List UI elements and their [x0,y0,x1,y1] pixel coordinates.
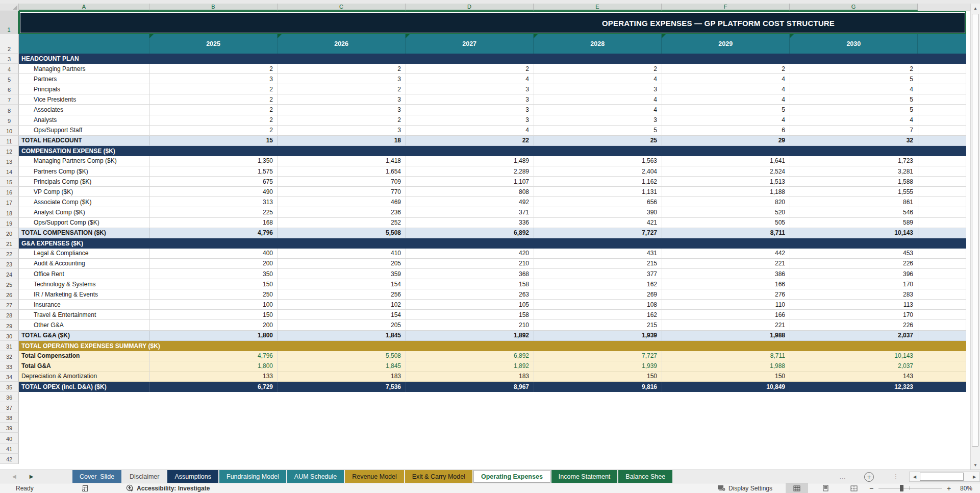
cell-trailing-5[interactable] [918,74,966,84]
cell-trailing-29[interactable] [918,320,966,330]
cell-C7[interactable]: 3 [278,94,406,104]
cell-G34[interactable]: 143 [790,372,918,381]
cell-trailing-24[interactable] [918,269,966,279]
cell-D4[interactable]: 2 [406,64,534,73]
row-label[interactable]: TOTAL COMPENSATION ($K) [19,229,149,236]
cell-trailing-27[interactable] [918,300,966,309]
cell-D28[interactable]: 158 [406,310,534,319]
cell-trailing-25[interactable] [918,279,966,289]
cell-G4[interactable]: 2 [790,64,918,73]
cell-G8[interactable]: 5 [790,105,918,114]
zoom-percent[interactable]: 80% [960,483,972,493]
scroll-right-icon[interactable]: ▶ [969,472,979,481]
row-header-23[interactable]: 23 [0,259,19,269]
select-all-corner[interactable] [0,4,19,11]
scroll-left-icon[interactable]: ◀ [910,472,920,481]
cell-C20[interactable]: 5,508 [278,228,406,238]
cell-trailing-17[interactable] [918,197,966,207]
row-label[interactable]: Associate Comp ($K) [19,199,149,206]
cell-E15[interactable]: 1,162 [534,177,662,186]
cell-B6[interactable]: 2 [149,84,278,94]
cell-G18[interactable]: 546 [790,207,918,217]
cell-E17[interactable]: 656 [534,197,662,207]
row-header-40[interactable]: 40 [0,433,19,443]
section-title[interactable]: HEADCOUNT PLAN [19,55,966,62]
row-label[interactable]: Legal & Compliance [19,250,149,257]
cell-C11[interactable]: 18 [278,136,406,145]
cell-F24[interactable]: 386 [662,269,790,279]
cell-E9[interactable]: 3 [534,115,662,125]
cell-B4[interactable]: 2 [149,64,278,73]
column-header-E[interactable]: E [534,4,662,11]
cell-B16[interactable]: 490 [149,187,278,196]
cell-D23[interactable]: 210 [406,259,534,268]
cell-C15[interactable]: 709 [278,177,406,186]
cell-B23[interactable]: 200 [149,259,278,268]
cell-C13[interactable]: 1,418 [278,156,406,166]
macro-record-icon[interactable] [82,483,89,493]
normal-view-button[interactable] [786,483,808,493]
cell-D15[interactable]: 1,107 [406,177,534,186]
cell-G15[interactable]: 1,588 [790,177,918,186]
cell-trailing-16[interactable] [918,187,966,196]
cell-trailing-20[interactable] [918,228,966,238]
cell-C28[interactable]: 154 [278,310,406,319]
cell-C34[interactable]: 183 [278,372,406,381]
row-header-15[interactable]: 15 [0,177,19,187]
row-header-19[interactable]: 19 [0,218,19,228]
cell-F6[interactable]: 4 [662,84,790,94]
cell-D20[interactable]: 6,892 [406,228,534,238]
row-header-17[interactable]: 17 [0,197,19,207]
cell-E19[interactable]: 421 [534,218,662,228]
cell-D19[interactable]: 336 [406,218,534,228]
cell-E13[interactable]: 1,563 [534,156,662,166]
column-header-F[interactable]: F [662,4,790,11]
cell-F17[interactable]: 820 [662,197,790,207]
row-header-5[interactable]: 5 [0,74,19,84]
cell-F32[interactable]: 8,711 [662,351,790,361]
cell-E7[interactable]: 4 [534,94,662,104]
cell-E26[interactable]: 269 [534,289,662,299]
year-header-2030[interactable]: 2030 [789,34,917,54]
cell-E11[interactable]: 25 [534,136,662,145]
cell-F22[interactable]: 442 [662,249,790,258]
column-header-A[interactable]: A [19,4,149,11]
cell-F5[interactable]: 4 [662,74,790,84]
cell-trailing-4[interactable] [918,64,966,73]
cell-F35[interactable]: 10,849 [662,382,790,392]
row-label[interactable]: Associates [19,106,149,113]
row-header-3[interactable]: 3 [0,54,19,64]
cell-E4[interactable]: 2 [534,64,662,73]
horizontal-scrollbar-track[interactable] [964,472,969,481]
cell-F33[interactable]: 1,988 [662,361,790,371]
cell-F13[interactable]: 1,641 [662,156,790,166]
cell-E29[interactable]: 215 [534,320,662,330]
row-label[interactable]: Principals Comp ($K) [19,178,149,185]
cell-E27[interactable]: 108 [534,300,662,309]
cell-F14[interactable]: 2,524 [662,166,790,176]
cell-G17[interactable]: 861 [790,197,918,207]
cell-B9[interactable]: 2 [149,115,278,125]
cell-D10[interactable]: 4 [406,126,534,135]
cell-C33[interactable]: 1,845 [278,361,406,371]
cell-C14[interactable]: 1,654 [278,166,406,176]
cell-C22[interactable]: 410 [278,249,406,258]
cell-F23[interactable]: 221 [662,259,790,268]
row-label[interactable]: Technology & Systems [19,281,149,288]
cell-C18[interactable]: 236 [278,207,406,217]
cell-D24[interactable]: 368 [406,269,534,279]
row-header-26[interactable]: 26 [0,289,19,300]
cell-E32[interactable]: 7,727 [534,351,662,361]
row-header-11[interactable]: 11 [0,136,19,146]
sheet-tab-revenue-model[interactable]: Revenue Model [345,470,404,483]
cell-G7[interactable]: 5 [790,94,918,104]
row-header-16[interactable]: 16 [0,187,19,197]
cell-trailing-10[interactable] [918,126,966,135]
cell-trailing-6[interactable] [918,84,966,94]
cell-C8[interactable]: 3 [278,105,406,114]
cell-D22[interactable]: 420 [406,249,534,258]
cell-B29[interactable]: 200 [149,320,278,330]
sheet-tab-exit-carry-model[interactable]: Exit & Carry Model [405,470,472,483]
row-label[interactable]: Vice Presidents [19,96,149,103]
cell-trailing-13[interactable] [918,156,966,166]
